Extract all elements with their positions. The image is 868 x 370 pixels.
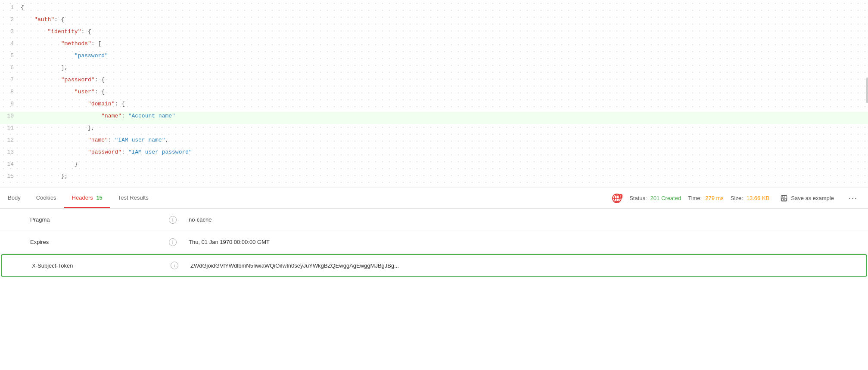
info-icon-pragma[interactable]: i bbox=[169, 216, 177, 224]
line-content: "user": { bbox=[21, 88, 868, 97]
tab-body-label: Body bbox=[8, 194, 21, 201]
code-line-8: 8 "user": { bbox=[0, 88, 868, 100]
globe-warning-icon: ! bbox=[611, 193, 622, 204]
tab-headers-badge: 15 bbox=[96, 194, 102, 201]
code-line-5: 5 "password" bbox=[0, 52, 868, 64]
line-content: "name": "IAM user name", bbox=[21, 136, 868, 145]
scrollbar[interactable] bbox=[866, 77, 868, 103]
save-icon bbox=[781, 195, 787, 202]
line-content: "password" bbox=[21, 52, 868, 61]
info-icon-expires[interactable]: i bbox=[169, 238, 177, 246]
code-editor: 1 { 2 "auth": { 3 "identity": { 4 "metho… bbox=[0, 0, 868, 188]
code-line-14: 14 } bbox=[0, 160, 868, 172]
header-row-x-subject-token: X-Subject-Token i ZWdGjoidGVfYWdlbmN5Iiw… bbox=[1, 254, 867, 277]
code-line-6: 6 ], bbox=[0, 64, 868, 76]
code-line-1: 1 { bbox=[0, 3, 868, 15]
time-value: 279 ms bbox=[705, 195, 724, 201]
line-content: "password": { bbox=[21, 76, 868, 85]
line-content: "auth": { bbox=[21, 15, 868, 25]
line-number: 15 bbox=[0, 172, 21, 181]
line-content: { bbox=[21, 3, 868, 12]
size-value: 13.66 KB bbox=[747, 195, 770, 201]
line-number: 4 bbox=[0, 40, 21, 49]
code-line-2: 2 "auth": { bbox=[0, 15, 868, 28]
line-number: 6 bbox=[0, 64, 21, 73]
tab-cookies[interactable]: Cookies bbox=[28, 188, 64, 208]
line-number: 11 bbox=[0, 124, 21, 133]
tab-headers[interactable]: Headers 15 bbox=[64, 188, 110, 208]
code-line-9: 9 "domain": { bbox=[0, 100, 868, 112]
header-value-pragma: no-cache bbox=[182, 210, 868, 229]
size-label: Size: bbox=[731, 195, 743, 201]
code-line-7: 7 "password": { bbox=[0, 76, 868, 88]
line-number: 13 bbox=[0, 148, 21, 157]
header-name-pragma: Pragma bbox=[0, 210, 164, 229]
line-number: 9 bbox=[0, 100, 21, 109]
line-content: "methods": [ bbox=[21, 40, 868, 49]
code-lines: 1 { 2 "auth": { 3 "identity": { 4 "metho… bbox=[0, 0, 868, 188]
line-content: "identity": { bbox=[21, 28, 868, 37]
tab-test-results[interactable]: Test Results bbox=[110, 188, 156, 208]
status-label: Status: bbox=[629, 195, 647, 201]
line-number: 3 bbox=[0, 28, 21, 37]
time-label: Time: bbox=[688, 195, 702, 201]
more-label: ··· bbox=[849, 194, 858, 202]
svg-text:!: ! bbox=[620, 195, 621, 198]
line-number: 2 bbox=[0, 15, 21, 25]
header-info-expires[interactable]: i bbox=[164, 238, 182, 246]
header-name-x-subject-token: X-Subject-Token bbox=[2, 256, 165, 275]
tab-cookies-label: Cookies bbox=[36, 194, 56, 201]
line-content: ], bbox=[21, 64, 868, 73]
header-info-pragma[interactable]: i bbox=[164, 216, 182, 224]
line-number: 10 bbox=[0, 112, 21, 121]
save-as-example-label: Save as example bbox=[791, 195, 834, 201]
line-content: "password": "IAM user password" bbox=[21, 148, 868, 157]
save-as-example-button[interactable]: Save as example bbox=[776, 192, 838, 204]
status-value: 201 Created bbox=[650, 195, 681, 201]
line-number: 5 bbox=[0, 52, 21, 61]
more-options-button[interactable]: ··· bbox=[845, 192, 861, 204]
line-content: }; bbox=[21, 172, 868, 181]
line-content: "name": "Account name" bbox=[21, 112, 868, 121]
header-value-x-subject-token: ZWdGjoidGVfYWdlbmN5IiwiaWQiOiIwIn0seyJuY… bbox=[184, 256, 866, 275]
header-name-expires: Expires bbox=[0, 233, 164, 251]
tab-headers-label: Headers bbox=[72, 194, 93, 201]
info-icon-x-subject-token[interactable]: i bbox=[171, 262, 178, 269]
header-info-x-subject-token[interactable]: i bbox=[165, 262, 184, 269]
time-indicator: Time: 279 ms bbox=[688, 195, 724, 201]
code-line-4: 4 "methods": [ bbox=[0, 40, 868, 52]
tab-body[interactable]: Body bbox=[0, 188, 28, 208]
line-number: 14 bbox=[0, 160, 21, 169]
code-line-10: 10 "name": "Account name" bbox=[0, 112, 868, 124]
code-line-11: 11 }, bbox=[0, 124, 868, 136]
header-row-expires: Expires i Thu, 01 Jan 1970 00:00:00 GMT bbox=[0, 231, 868, 253]
code-line-15: 15 }; bbox=[0, 172, 868, 184]
line-content: }, bbox=[21, 124, 868, 133]
tabs-right: ! Status: 201 Created Time: 279 ms Size:… bbox=[611, 192, 868, 204]
headers-table-wrapper: Pragma i no-cache Expires i Thu, 01 Jan … bbox=[0, 209, 868, 277]
line-number: 1 bbox=[0, 3, 21, 12]
header-value-expires: Thu, 01 Jan 1970 00:00:00 GMT bbox=[182, 233, 868, 251]
size-indicator: Size: 13.66 KB bbox=[731, 195, 769, 201]
code-line-3: 3 "identity": { bbox=[0, 28, 868, 40]
line-content: } bbox=[21, 160, 868, 169]
code-line-12: 12 "name": "IAM user name", bbox=[0, 136, 868, 148]
tabs-bar: Body Cookies Headers 15 Test Results ! S… bbox=[0, 188, 868, 209]
line-number: 8 bbox=[0, 88, 21, 97]
header-row-pragma: Pragma i no-cache bbox=[0, 209, 868, 231]
line-content: "domain": { bbox=[21, 100, 868, 109]
status-indicator: Status: 201 Created bbox=[629, 195, 681, 201]
tabs-left: Body Cookies Headers 15 Test Results bbox=[0, 188, 156, 208]
line-number: 12 bbox=[0, 136, 21, 145]
tab-test-results-label: Test Results bbox=[118, 194, 149, 201]
line-number: 7 bbox=[0, 76, 21, 85]
code-line-13: 13 "password": "IAM user password" bbox=[0, 148, 868, 160]
svg-rect-8 bbox=[782, 198, 786, 201]
